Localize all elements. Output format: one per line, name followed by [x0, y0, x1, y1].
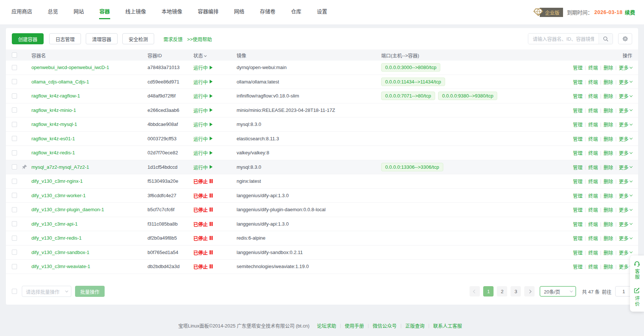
nav-item-7[interactable]: 网络	[234, 5, 245, 19]
select-all-checkbox[interactable]	[12, 52, 17, 58]
action-more[interactable]: 更多	[619, 78, 632, 85]
row-checkbox[interactable]	[12, 207, 17, 212]
action-more[interactable]: 更多	[619, 206, 632, 213]
row-checkbox[interactable]	[12, 107, 17, 113]
action-manage[interactable]: 管理	[573, 149, 583, 156]
next-page-button[interactable]	[524, 286, 535, 296]
action-more[interactable]: 更多	[619, 121, 632, 128]
action-terminal[interactable]: 终端	[588, 178, 598, 185]
action-delete[interactable]: 删除	[604, 107, 613, 114]
footer-link-0[interactable]: 论坛求助	[317, 322, 336, 329]
nav-item-8[interactable]: 存储卷	[260, 5, 276, 19]
search-input[interactable]	[528, 34, 599, 44]
nav-item-5[interactable]: 本地镜像	[161, 5, 183, 19]
action-manage[interactable]: 管理	[573, 277, 583, 278]
action-manage[interactable]: 管理	[573, 121, 583, 128]
action-terminal[interactable]: 终端	[588, 92, 598, 99]
action-delete[interactable]: 删除	[604, 192, 613, 199]
action-terminal[interactable]: 终端	[588, 78, 598, 85]
container-name-link[interactable]: openwebui_iwcd-openwebui_iwcD-1	[31, 65, 109, 70]
settings-button[interactable]	[618, 33, 632, 44]
action-delete[interactable]: 删除	[604, 78, 613, 85]
action-delete[interactable]: 删除	[604, 164, 613, 171]
batch-operation-select[interactable]: 请选择批量操作	[22, 286, 71, 297]
container-name-link[interactable]: ollama_cdjs-ollama_Cdjs-1	[31, 79, 89, 85]
page-button-3[interactable]: 3	[511, 286, 521, 296]
container-name-link[interactable]: ragflow_kr4z-minio-1	[31, 107, 76, 113]
action-terminal[interactable]: 终端	[588, 249, 598, 256]
clean-container-button[interactable]: 清理容器	[86, 33, 118, 44]
container-name-link[interactable]: mysql_a7z2-mysql_A7z2-1	[31, 164, 89, 170]
action-more[interactable]: 更多	[619, 92, 632, 99]
container-name-link[interactable]: ragflow_kr4z-ragflow-1	[31, 93, 80, 99]
action-manage[interactable]: 管理	[573, 164, 583, 171]
feedback-rate-button[interactable]: 评价	[634, 287, 641, 307]
container-name-link[interactable]: dify_v130_c3mr-sandbox-1	[31, 250, 89, 255]
container-name-link[interactable]: ragflow_kr4z-mysql-1	[31, 121, 77, 127]
action-terminal[interactable]: 终端	[588, 164, 598, 171]
action-manage[interactable]: 管理	[573, 192, 583, 199]
row-checkbox[interactable]	[12, 193, 17, 198]
feedback-link[interactable]: 需求反馈	[163, 35, 183, 42]
row-checkbox[interactable]	[12, 250, 17, 255]
nav-item-3[interactable]: 容器	[99, 5, 110, 19]
prev-page-button[interactable]	[470, 286, 480, 296]
action-terminal[interactable]: 终端	[588, 107, 598, 114]
row-checkbox[interactable]	[12, 264, 17, 269]
action-delete[interactable]: 删除	[604, 220, 613, 227]
header-status[interactable]: 状态	[193, 52, 237, 59]
action-manage[interactable]: 管理	[573, 64, 583, 71]
action-manage[interactable]: 管理	[573, 178, 583, 185]
action-terminal[interactable]: 终端	[588, 149, 598, 156]
container-name-link[interactable]: dify_v130_c3mr-redis-1	[31, 235, 82, 241]
row-checkbox[interactable]	[12, 122, 17, 127]
container-name-link[interactable]: dify_v130_c3mr-plugin_daemon-1	[31, 207, 104, 212]
action-more[interactable]: 更多	[619, 149, 632, 156]
footer-link-1[interactable]: 使用手册	[345, 322, 364, 329]
action-more[interactable]: 更多	[619, 192, 632, 199]
action-more[interactable]: 更多	[619, 220, 632, 227]
nav-item-0[interactable]: 应用商店	[11, 5, 33, 19]
action-delete[interactable]: 删除	[604, 206, 613, 213]
create-container-button[interactable]: 创建容器	[12, 33, 44, 44]
action-manage[interactable]: 管理	[573, 92, 583, 99]
row-checkbox[interactable]	[12, 179, 17, 184]
action-more[interactable]: 更多	[619, 135, 632, 142]
row-checkbox[interactable]	[12, 236, 17, 241]
security-check-button[interactable]: 安全检测	[122, 33, 154, 44]
action-delete[interactable]: 删除	[604, 149, 613, 156]
nav-item-1[interactable]: 总览	[47, 5, 58, 19]
action-delete[interactable]: 删除	[604, 64, 613, 71]
row-checkbox[interactable]	[12, 150, 17, 155]
action-manage[interactable]: 管理	[573, 135, 583, 142]
container-name-link[interactable]: dify_v130_c3mr-worker-1	[31, 193, 86, 198]
nav-item-4[interactable]: 线上镜像	[125, 5, 146, 19]
action-manage[interactable]: 管理	[573, 107, 583, 114]
help-link[interactable]: >>使用帮助	[187, 35, 212, 42]
select-all-bottom-checkbox[interactable]	[12, 289, 17, 294]
action-delete[interactable]: 删除	[604, 135, 613, 142]
action-more[interactable]: 更多	[619, 249, 632, 256]
search-button[interactable]	[599, 34, 613, 44]
action-more[interactable]: 更多	[619, 234, 632, 241]
row-checkbox[interactable]	[12, 79, 17, 84]
action-terminal[interactable]: 终端	[588, 263, 598, 270]
log-manage-button[interactable]: 日志管理	[49, 33, 81, 44]
action-delete[interactable]: 删除	[604, 234, 613, 241]
nav-item-10[interactable]: 设置	[316, 5, 328, 19]
row-checkbox[interactable]	[12, 93, 17, 99]
container-name-link[interactable]: ragflow_kr4z-es01-1	[31, 136, 75, 141]
renew-link[interactable]: 续费	[625, 8, 635, 16]
action-more[interactable]: 更多	[619, 178, 632, 185]
footer-link-3[interactable]: 正版查询	[405, 322, 424, 329]
batch-operation-button[interactable]: 批量操作	[75, 286, 105, 297]
action-delete[interactable]: 删除	[604, 121, 613, 128]
action-terminal[interactable]: 终端	[588, 220, 598, 227]
action-more[interactable]: 更多	[619, 64, 632, 71]
page-button-2[interactable]: 2	[497, 286, 507, 296]
action-manage[interactable]: 管理	[573, 220, 583, 227]
page-button-1[interactable]: 1	[483, 286, 494, 296]
action-delete[interactable]: 删除	[604, 263, 613, 270]
action-terminal[interactable]: 终端	[588, 192, 598, 199]
row-checkbox[interactable]	[12, 221, 17, 226]
